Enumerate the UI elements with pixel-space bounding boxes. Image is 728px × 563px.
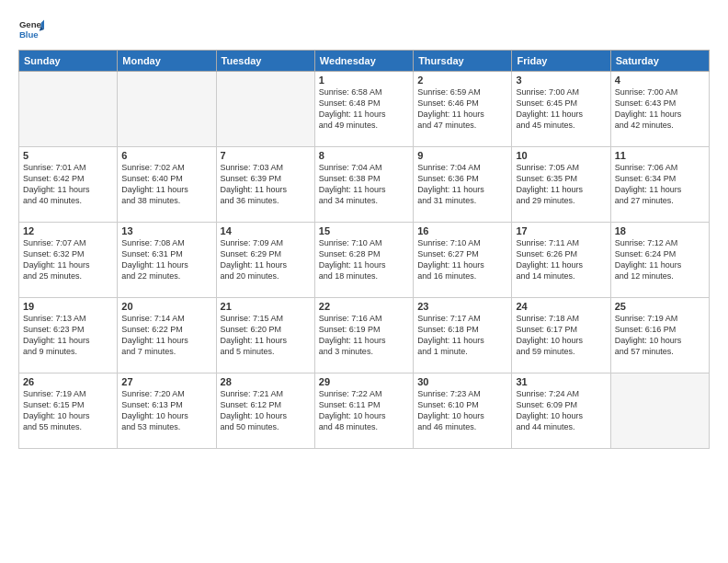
day-cell-26: 26Sunrise: 7:19 AM Sunset: 6:15 PM Dayli… bbox=[19, 373, 118, 449]
day-number: 19 bbox=[23, 301, 113, 312]
day-cell-16: 16Sunrise: 7:10 AM Sunset: 6:27 PM Dayli… bbox=[414, 223, 512, 298]
calendar-table: SundayMondayTuesdayWednesdayThursdayFrid… bbox=[18, 50, 710, 449]
day-cell-7: 7Sunrise: 7:03 AM Sunset: 6:39 PM Daylig… bbox=[216, 147, 314, 223]
day-number: 31 bbox=[516, 376, 606, 387]
day-number: 3 bbox=[516, 75, 606, 86]
cell-details: Sunrise: 6:58 AM Sunset: 6:48 PM Dayligh… bbox=[319, 86, 409, 132]
day-number: 11 bbox=[615, 150, 705, 161]
day-number: 2 bbox=[417, 75, 507, 86]
day-number: 29 bbox=[319, 376, 409, 387]
day-number: 24 bbox=[516, 301, 606, 312]
day-cell-12: 12Sunrise: 7:07 AM Sunset: 6:32 PM Dayli… bbox=[19, 223, 118, 298]
cell-details: Sunrise: 7:10 AM Sunset: 6:27 PM Dayligh… bbox=[417, 237, 507, 282]
day-cell-5: 5Sunrise: 7:01 AM Sunset: 6:42 PM Daylig… bbox=[19, 147, 118, 223]
cell-details: Sunrise: 7:08 AM Sunset: 6:31 PM Dayligh… bbox=[121, 237, 211, 282]
empty-cell bbox=[19, 72, 118, 147]
cell-details: Sunrise: 7:10 AM Sunset: 6:28 PM Dayligh… bbox=[319, 237, 409, 282]
cell-details: Sunrise: 7:02 AM Sunset: 6:40 PM Dayligh… bbox=[121, 162, 211, 207]
weekday-header-sunday: Sunday bbox=[19, 51, 118, 72]
cell-details: Sunrise: 7:21 AM Sunset: 6:12 PM Dayligh… bbox=[221, 388, 311, 433]
day-cell-22: 22Sunrise: 7:16 AM Sunset: 6:19 PM Dayli… bbox=[314, 298, 413, 373]
week-row-2: 5Sunrise: 7:01 AM Sunset: 6:42 PM Daylig… bbox=[19, 147, 710, 223]
day-cell-19: 19Sunrise: 7:13 AM Sunset: 6:23 PM Dayli… bbox=[19, 298, 118, 373]
weekday-header-thursday: Thursday bbox=[414, 51, 512, 72]
day-cell-4: 4Sunrise: 7:00 AM Sunset: 6:43 PM Daylig… bbox=[610, 72, 709, 147]
cell-details: Sunrise: 7:14 AM Sunset: 6:22 PM Dayligh… bbox=[121, 313, 211, 358]
weekday-header-monday: Monday bbox=[118, 51, 216, 72]
day-cell-6: 6Sunrise: 7:02 AM Sunset: 6:40 PM Daylig… bbox=[118, 147, 216, 223]
day-number: 8 bbox=[319, 150, 409, 161]
day-cell-27: 27Sunrise: 7:20 AM Sunset: 6:13 PM Dayli… bbox=[118, 373, 216, 449]
cell-details: Sunrise: 7:07 AM Sunset: 6:32 PM Dayligh… bbox=[23, 237, 113, 282]
weekday-header-tuesday: Tuesday bbox=[216, 51, 314, 72]
day-cell-20: 20Sunrise: 7:14 AM Sunset: 6:22 PM Dayli… bbox=[118, 298, 216, 373]
day-number: 26 bbox=[23, 376, 113, 387]
weekday-header-row: SundayMondayTuesdayWednesdayThursdayFrid… bbox=[19, 51, 710, 72]
logo-icon: General Blue bbox=[18, 17, 44, 42]
cell-details: Sunrise: 7:19 AM Sunset: 6:15 PM Dayligh… bbox=[23, 388, 113, 433]
day-number: 30 bbox=[417, 376, 507, 387]
cell-details: Sunrise: 7:17 AM Sunset: 6:18 PM Dayligh… bbox=[417, 313, 507, 358]
day-cell-3: 3Sunrise: 7:00 AM Sunset: 6:45 PM Daylig… bbox=[512, 72, 610, 147]
day-cell-2: 2Sunrise: 6:59 AM Sunset: 6:46 PM Daylig… bbox=[414, 72, 512, 147]
week-row-3: 12Sunrise: 7:07 AM Sunset: 6:32 PM Dayli… bbox=[19, 223, 710, 298]
day-cell-15: 15Sunrise: 7:10 AM Sunset: 6:28 PM Dayli… bbox=[314, 223, 413, 298]
day-number: 18 bbox=[615, 225, 705, 236]
day-number: 5 bbox=[23, 150, 113, 161]
svg-text:Blue: Blue bbox=[19, 29, 39, 40]
day-cell-30: 30Sunrise: 7:23 AM Sunset: 6:10 PM Dayli… bbox=[414, 373, 512, 449]
day-cell-31: 31Sunrise: 7:24 AM Sunset: 6:09 PM Dayli… bbox=[512, 373, 610, 449]
cell-details: Sunrise: 7:11 AM Sunset: 6:26 PM Dayligh… bbox=[516, 237, 606, 282]
day-number: 22 bbox=[319, 301, 409, 312]
empty-cell bbox=[118, 72, 216, 147]
day-cell-11: 11Sunrise: 7:06 AM Sunset: 6:34 PM Dayli… bbox=[610, 147, 709, 223]
cell-details: Sunrise: 6:59 AM Sunset: 6:46 PM Dayligh… bbox=[417, 86, 507, 132]
cell-details: Sunrise: 7:22 AM Sunset: 6:11 PM Dayligh… bbox=[319, 388, 409, 433]
day-number: 4 bbox=[615, 75, 705, 86]
day-cell-23: 23Sunrise: 7:17 AM Sunset: 6:18 PM Dayli… bbox=[414, 298, 512, 373]
day-number: 21 bbox=[221, 301, 311, 312]
header: General Blue bbox=[18, 17, 710, 42]
cell-details: Sunrise: 7:18 AM Sunset: 6:17 PM Dayligh… bbox=[516, 313, 606, 358]
cell-details: Sunrise: 7:09 AM Sunset: 6:29 PM Dayligh… bbox=[221, 237, 311, 282]
weekday-header-wednesday: Wednesday bbox=[314, 51, 413, 72]
day-number: 1 bbox=[319, 75, 409, 86]
day-cell-8: 8Sunrise: 7:04 AM Sunset: 6:38 PM Daylig… bbox=[314, 147, 413, 223]
day-cell-21: 21Sunrise: 7:15 AM Sunset: 6:20 PM Dayli… bbox=[216, 298, 314, 373]
day-number: 9 bbox=[417, 150, 507, 161]
cell-details: Sunrise: 7:12 AM Sunset: 6:24 PM Dayligh… bbox=[615, 237, 705, 282]
weekday-header-saturday: Saturday bbox=[610, 51, 709, 72]
day-number: 15 bbox=[319, 225, 409, 236]
day-cell-17: 17Sunrise: 7:11 AM Sunset: 6:26 PM Dayli… bbox=[512, 223, 610, 298]
cell-details: Sunrise: 7:04 AM Sunset: 6:38 PM Dayligh… bbox=[319, 162, 409, 207]
day-number: 20 bbox=[121, 301, 211, 312]
day-number: 25 bbox=[615, 301, 705, 312]
cell-details: Sunrise: 7:24 AM Sunset: 6:09 PM Dayligh… bbox=[516, 388, 606, 433]
cell-details: Sunrise: 7:05 AM Sunset: 6:35 PM Dayligh… bbox=[516, 162, 606, 207]
cell-details: Sunrise: 7:23 AM Sunset: 6:10 PM Dayligh… bbox=[417, 388, 507, 433]
day-cell-18: 18Sunrise: 7:12 AM Sunset: 6:24 PM Dayli… bbox=[610, 223, 709, 298]
day-number: 23 bbox=[417, 301, 507, 312]
cell-details: Sunrise: 7:01 AM Sunset: 6:42 PM Dayligh… bbox=[23, 162, 113, 207]
day-number: 27 bbox=[121, 376, 211, 387]
week-row-4: 19Sunrise: 7:13 AM Sunset: 6:23 PM Dayli… bbox=[19, 298, 710, 373]
day-number: 28 bbox=[221, 376, 311, 387]
cell-details: Sunrise: 7:16 AM Sunset: 6:19 PM Dayligh… bbox=[319, 313, 409, 358]
day-number: 16 bbox=[417, 225, 507, 236]
cell-details: Sunrise: 7:06 AM Sunset: 6:34 PM Dayligh… bbox=[615, 162, 705, 207]
day-number: 14 bbox=[221, 225, 311, 236]
day-number: 17 bbox=[516, 225, 606, 236]
empty-cell bbox=[216, 72, 314, 147]
cell-details: Sunrise: 7:00 AM Sunset: 6:45 PM Dayligh… bbox=[516, 86, 606, 132]
cell-details: Sunrise: 7:20 AM Sunset: 6:13 PM Dayligh… bbox=[121, 388, 211, 433]
cell-details: Sunrise: 7:04 AM Sunset: 6:36 PM Dayligh… bbox=[417, 162, 507, 207]
day-cell-29: 29Sunrise: 7:22 AM Sunset: 6:11 PM Dayli… bbox=[314, 373, 413, 449]
cell-details: Sunrise: 7:03 AM Sunset: 6:39 PM Dayligh… bbox=[221, 162, 311, 207]
cell-details: Sunrise: 7:13 AM Sunset: 6:23 PM Dayligh… bbox=[23, 313, 113, 358]
weekday-header-friday: Friday bbox=[512, 51, 610, 72]
day-number: 12 bbox=[23, 225, 113, 236]
cell-details: Sunrise: 7:15 AM Sunset: 6:20 PM Dayligh… bbox=[221, 313, 311, 358]
day-cell-9: 9Sunrise: 7:04 AM Sunset: 6:36 PM Daylig… bbox=[414, 147, 512, 223]
day-number: 7 bbox=[221, 150, 311, 161]
week-row-1: 1Sunrise: 6:58 AM Sunset: 6:48 PM Daylig… bbox=[19, 72, 710, 147]
